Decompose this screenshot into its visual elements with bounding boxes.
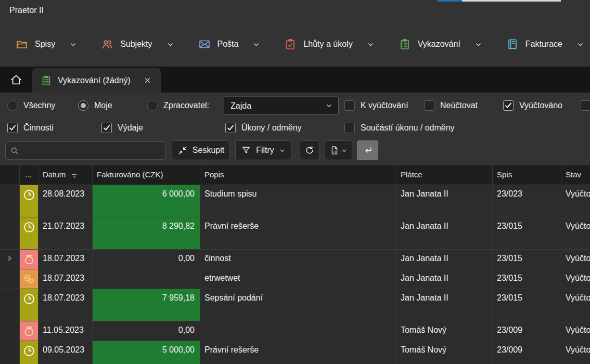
zpracovatel-dropdown[interactable]: Zajda [224, 97, 339, 115]
row-status: Vyúčtováno [561, 217, 590, 249]
tab-strip: Vykazování (žádný) [0, 67, 590, 93]
people-icon [101, 38, 113, 50]
clock-icon [22, 188, 36, 204]
table-row[interactable]: 28.08.20236 000,00Studium spisuJan Janat… [0, 185, 590, 217]
invoice-icon [506, 38, 519, 50]
checkbox-cropped[interactable] [581, 100, 590, 111]
table-row[interactable]: 21.07.20238 290,82Právní rešeršeJan Jana… [0, 217, 590, 250]
radio-icon [7, 100, 18, 111]
enter-button[interactable] [357, 140, 378, 160]
column-header-datum[interactable]: Datum [39, 165, 93, 185]
menu-item-vykazovani[interactable]: Vykazování [399, 38, 482, 50]
menu-label: Spisy [35, 40, 55, 49]
chevron-down-icon [474, 41, 482, 48]
radio-icon [147, 100, 158, 111]
table-row[interactable]: 18.07.20230,00činnostJan Janata II23/015… [0, 250, 590, 269]
row-status: Vyúčtováno [561, 321, 590, 341]
folder-icon [16, 38, 28, 50]
radio-moje[interactable]: Moje [78, 100, 112, 111]
row-file: 23/023 [493, 185, 561, 217]
checkbox-icon [101, 123, 112, 133]
row-date: 09.05.2023 [39, 341, 93, 364]
toolbar: Seskupit Filtry [0, 140, 590, 162]
row-gutter [0, 341, 20, 364]
column-header-fakturovano[interactable]: Fakturováno (CZK) [93, 165, 200, 185]
search-input[interactable] [22, 146, 161, 155]
row-description: etrwetwet [200, 269, 396, 289]
column-header-popis[interactable]: Popis [200, 165, 396, 185]
filter-row-types: Činnosti Výdaje Úkony / odměny Součástí … [0, 118, 590, 138]
checkbox-ukony-odmeny[interactable]: Úkony / odměny [225, 123, 302, 133]
menu-item-posta[interactable]: Pošta [198, 38, 261, 50]
checkbox-label: Vyúčtováno [519, 101, 562, 110]
checkbox-cinnosti[interactable]: Činnosti [7, 123, 54, 133]
row-date: 21.07.2023 [39, 217, 93, 249]
table-row[interactable]: 18.07.20237 959,18Sepsání podáníJan Jana… [0, 289, 590, 321]
column-header-spis[interactable]: Spis [493, 165, 561, 185]
expand-arrow-icon[interactable] [5, 254, 15, 265]
group-button[interactable]: Seskupit [172, 140, 230, 160]
row-gutter [0, 185, 20, 217]
radio-vsechny[interactable]: Všechny [7, 100, 55, 111]
refresh-icon [304, 145, 315, 155]
row-gutter [0, 289, 20, 321]
collapse-icon [177, 145, 188, 155]
row-status: Vyúčtováno [561, 341, 590, 364]
export-button[interactable] [325, 140, 352, 160]
menu-label: Fakturace [525, 40, 562, 49]
row-payer: Jan Janata II [396, 269, 493, 289]
funnel-icon [241, 145, 251, 155]
checkbox-neuctovat[interactable]: Neúčtovat [424, 100, 478, 111]
refresh-button[interactable] [300, 140, 319, 160]
menu-item-lhuty-a-ukoly[interactable]: Lhůty a úkoly [284, 38, 374, 50]
row-payer: Tomáš Nový [396, 321, 493, 341]
column-header-label: Datum [43, 170, 66, 179]
tab-vykazovani[interactable]: Vykazování (žádný) [32, 68, 161, 93]
menu-label: Pošta [217, 40, 239, 49]
menu-label: Vykazování [418, 40, 460, 49]
column-filter-icon[interactable] [71, 172, 79, 180]
table-row[interactable]: 11.05.20230,00Tomáš Nový23/009Vyúčtováno [0, 321, 590, 341]
column-header-stav[interactable]: Stav [561, 165, 590, 185]
chevron-down-icon [367, 41, 375, 48]
table-row[interactable]: 18.07.2023etrwetwetJan Janata II23/015Vy… [0, 269, 590, 289]
menu-item-subjekty[interactable]: Subjekty [101, 38, 174, 50]
clipboard-list-icon [399, 38, 411, 50]
row-date: 18.07.2023 [39, 250, 93, 269]
checkbox-icon [424, 100, 434, 111]
home-button[interactable] [0, 67, 32, 93]
column-header-type[interactable]: ... [20, 165, 39, 185]
checkbox-soucasti-ukonu[interactable]: Součástí úkonu / odměny [344, 123, 455, 133]
checkbox-vyuctovano[interactable]: Vyúčtováno [503, 100, 562, 111]
export-icon [329, 145, 340, 155]
row-type-cell [20, 341, 39, 364]
row-description: Právní rešerše [200, 341, 396, 364]
checkbox-k-vyuctovani[interactable]: K vyúčtování [344, 100, 408, 111]
menu-item-fakturace[interactable]: Fakturace [506, 38, 584, 50]
home-icon [9, 73, 23, 86]
chevron-down-icon [279, 147, 286, 154]
coins-icon [22, 272, 36, 288]
row-file: 23/015 [493, 217, 561, 249]
search-box[interactable] [5, 141, 165, 160]
row-file: 23/015 [493, 250, 561, 269]
checkbox-vydaje[interactable]: Výdaje [101, 123, 143, 133]
checkbox-icon [225, 123, 236, 133]
row-description: činnost [200, 250, 396, 269]
row-type-cell [20, 185, 39, 217]
table-row[interactable]: 09.05.20235 000,00Právní rešeršeTomáš No… [0, 341, 590, 364]
menu-item-spisy[interactable]: Spisy [16, 38, 77, 50]
close-icon[interactable] [144, 76, 151, 84]
row-amount: 5 000,00 [93, 341, 200, 364]
radio-label: Moje [94, 101, 112, 110]
checkbox-icon [344, 100, 355, 111]
records-table: ... Datum Fakturováno (CZK) Popis Plátce… [0, 165, 590, 364]
column-header-platce[interactable]: Plátce [396, 165, 493, 185]
radio-zpracovatel[interactable]: Zpracovatel: [147, 100, 209, 111]
clock-icon [22, 292, 36, 308]
row-description [200, 321, 396, 341]
enter-icon [363, 145, 373, 155]
filters-button[interactable]: Filtry [235, 140, 291, 160]
row-description: Sepsání podání [200, 289, 396, 321]
row-file: 23/009 [493, 321, 561, 341]
